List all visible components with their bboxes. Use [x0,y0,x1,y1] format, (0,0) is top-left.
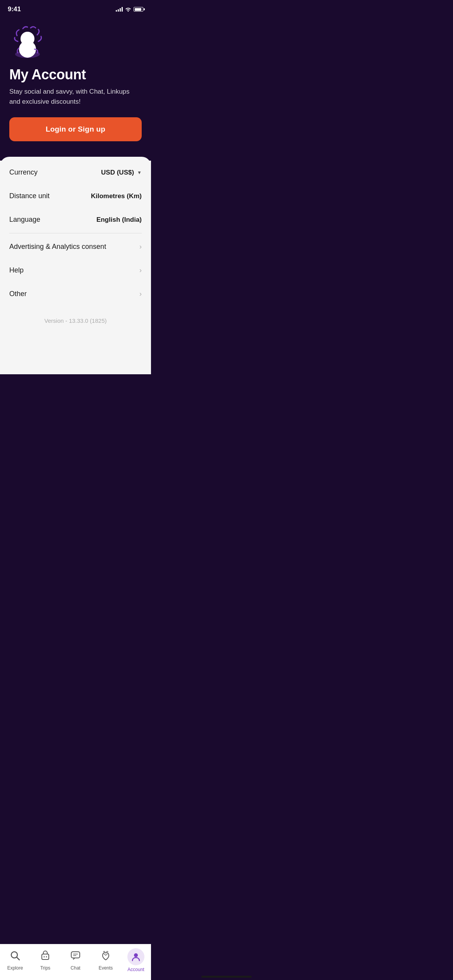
svg-point-2 [21,32,34,46]
chevron-right-icon: › [139,290,142,298]
help-label: Help [9,266,24,274]
distance-value: Kilometres (Km) [91,192,142,200]
distance-label: Distance unit [9,192,50,200]
page-subtitle: Stay social and savvy, with Chat, Linkup… [9,87,142,106]
currency-row[interactable]: Currency USD (US$) ▼ [0,161,151,184]
header-section: My Account Stay social and savvy, with C… [0,16,151,157]
status-time: 9:41 [8,5,21,13]
other-label: Other [9,290,27,298]
battery-icon [134,7,143,12]
language-label: Language [9,216,40,224]
chevron-right-icon: › [139,266,142,274]
version-text: Version - 13.33.0 (1825) [0,306,151,332]
settings-section: Currency USD (US$) ▼ Distance unit Kilom… [0,157,151,374]
currency-value: USD (US$) ▼ [101,169,142,176]
signal-icon [116,7,123,12]
page-title: My Account [9,67,142,83]
wifi-icon [125,7,131,12]
distance-unit-row[interactable]: Distance unit Kilometres (Km) [0,184,151,208]
advertising-label: Advertising & Analytics consent [9,243,106,251]
dropdown-arrow-icon: ▼ [137,170,142,175]
divider [9,233,142,233]
advertising-row[interactable]: Advertising & Analytics consent › [0,235,151,259]
status-bar: 9:41 [0,0,151,16]
chevron-right-icon: › [139,243,142,251]
other-row[interactable]: Other › [0,282,151,306]
login-signup-button[interactable]: Login or Sign up [9,117,142,141]
language-value: English (India) [96,216,142,224]
language-row[interactable]: Language English (India) [0,208,151,231]
currency-label: Currency [9,168,38,176]
help-row[interactable]: Help › [0,259,151,282]
avatar [9,24,44,59]
status-icons [116,7,143,12]
